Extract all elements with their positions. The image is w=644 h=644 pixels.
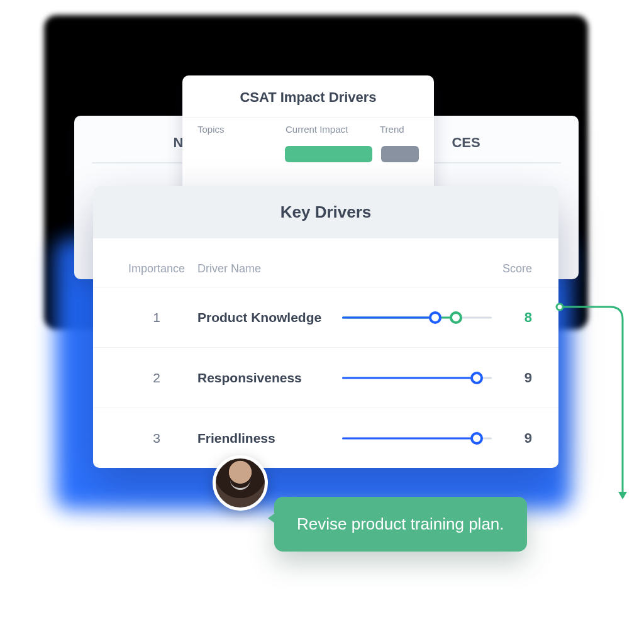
chat-bubble: Revise product training plan. xyxy=(274,497,527,552)
rank: 3 xyxy=(116,431,197,446)
table-row: 1 Product Knowledge 8 xyxy=(93,287,558,348)
csat-col-trend: Trend xyxy=(380,124,419,135)
score-value: 9 xyxy=(492,430,536,447)
score-value: 9 xyxy=(492,370,536,386)
csat-col-impact: Current Impact xyxy=(286,124,380,135)
key-drivers-title: Key Drivers xyxy=(93,186,558,238)
col-importance: Importance xyxy=(116,262,197,275)
key-drivers-card: Key Drivers Importance Driver Name Score… xyxy=(93,186,558,468)
score-slider[interactable] xyxy=(342,310,492,325)
key-drivers-columns: Importance Driver Name Score xyxy=(93,262,558,287)
slider-knob-blue[interactable] xyxy=(470,372,483,384)
csat-trend-pill xyxy=(381,146,419,162)
score-slider[interactable] xyxy=(342,431,492,446)
col-driver: Driver Name xyxy=(197,262,342,275)
rank: 1 xyxy=(116,310,197,325)
score-value: 8 xyxy=(492,309,536,326)
slider-fill-blue xyxy=(342,316,435,318)
csat-col-topics: Topics xyxy=(197,124,286,135)
chat-text: Revise product training plan. xyxy=(297,514,504,533)
csat-row xyxy=(182,140,434,162)
csat-columns: Topics Current Impact Trend xyxy=(182,117,434,140)
slider-knob-blue[interactable] xyxy=(470,432,483,445)
col-score: Score xyxy=(492,262,536,275)
slider-fill-blue xyxy=(342,438,477,440)
rank: 2 xyxy=(116,370,197,386)
driver-name: Product Knowledge xyxy=(197,310,342,325)
score-slider[interactable] xyxy=(342,370,492,386)
table-row: 2 Responsiveness 9 xyxy=(93,348,558,408)
csat-title: CSAT Impact Drivers xyxy=(182,75,434,117)
driver-name: Friendliness xyxy=(197,431,342,446)
table-row: 3 Friendliness 9 xyxy=(93,408,558,469)
csat-impact-pill xyxy=(285,146,372,162)
slider-knob-blue[interactable] xyxy=(429,311,441,324)
driver-name: Responsiveness xyxy=(197,370,342,386)
slider-knob-green[interactable] xyxy=(450,311,462,324)
slider-fill-blue xyxy=(342,377,477,379)
avatar xyxy=(213,455,268,511)
